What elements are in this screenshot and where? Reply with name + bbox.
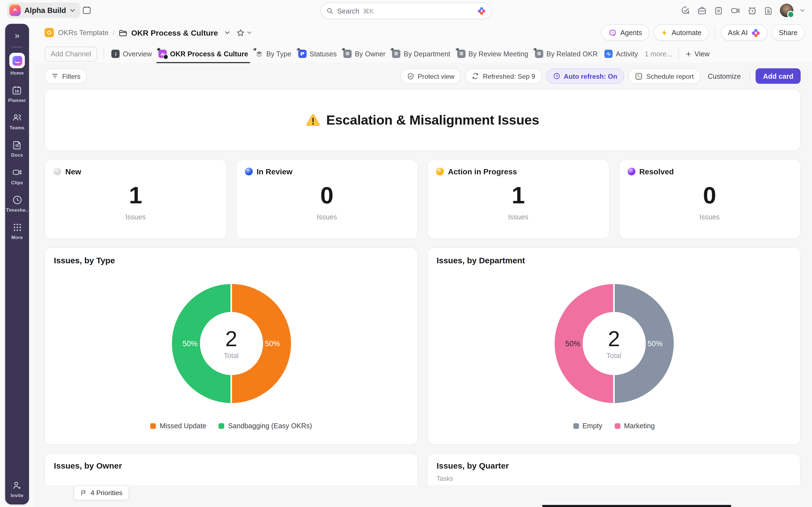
ask-ai-button[interactable]: Ask AI: [721, 24, 767, 41]
app-window: Alpha Build Search ⌘K »: [0, 0, 812, 507]
pin-icon: [295, 47, 301, 53]
tab-overview[interactable]: Overview: [110, 45, 153, 63]
automate-button[interactable]: Automate: [654, 24, 709, 41]
breadcrumb-page[interactable]: OKR Process & Culture: [119, 28, 230, 37]
header-actions: Agents Automate Ask AI Share: [601, 24, 805, 41]
legend-item[interactable]: Marketing: [615, 422, 655, 430]
donut-center: 2 Total: [200, 312, 263, 375]
tab-activity[interactable]: Activity: [604, 45, 639, 63]
bar-chart-square-icon: [159, 50, 167, 58]
donut-chart-by-type[interactable]: 50% 50% 2 Total: [172, 284, 291, 403]
legend-item[interactable]: Sandbagging (Easy OKRs): [219, 422, 312, 430]
new-task-icon[interactable]: [680, 5, 690, 15]
bottom-cards-row: Issues, by Owner Issues, by Quarter Task…: [45, 453, 801, 485]
tab-by-review-meeting[interactable]: By Review Meeting: [456, 45, 529, 63]
table-square-icon: [344, 50, 352, 58]
workspace-name: Alpha Build: [24, 6, 66, 14]
pin-icon: [155, 47, 161, 53]
slice-percent-label: 50%: [183, 339, 198, 348]
space-avatar[interactable]: O: [45, 28, 54, 37]
tab-by-related-okr[interactable]: By Related OKR: [534, 45, 599, 63]
top-bar: Alpha Build Search ⌘K: [0, 0, 812, 21]
clipboard-icon[interactable]: [714, 5, 723, 15]
stat-card-resolved[interactable]: Resolved 0Issues: [619, 159, 801, 239]
notes-icon[interactable]: [764, 5, 773, 15]
timesheet-clock-icon: [12, 194, 22, 205]
stat-unit: Issues: [125, 213, 146, 221]
status-dot: [436, 168, 444, 175]
filters-button[interactable]: Filters: [45, 68, 87, 84]
star-icon: [236, 28, 245, 37]
sidebar-item-home[interactable]: Home: [9, 53, 25, 75]
donut-center: 2 Total: [582, 312, 646, 375]
stat-card-in-review[interactable]: In Review 0Issues: [236, 159, 418, 239]
add-card-button[interactable]: Add card: [756, 68, 801, 84]
search-input[interactable]: Search ⌘K: [320, 2, 492, 19]
donut-chart-by-department[interactable]: 50% 50% 2 Total: [554, 284, 673, 403]
sidebar: » Home 16 Planner Teams Docs Clips Times…: [5, 24, 29, 505]
tab-by-owner[interactable]: By Owner: [342, 45, 387, 63]
sidebar-item-docs[interactable]: Docs: [11, 139, 23, 158]
schedule-report-button[interactable]: Schedule report: [628, 68, 701, 84]
agents-button[interactable]: Agents: [601, 24, 649, 41]
view-tabs: Add Channel Overview OKR Process & Cultu…: [34, 45, 812, 64]
chart-card-issues-by-type[interactable]: Issues, by Type 50% 50% 2 Total Missed U…: [45, 247, 418, 445]
chart-legend: Missed Update Sandbagging (Easy OKRs): [150, 422, 312, 430]
briefcase-icon[interactable]: [697, 5, 707, 15]
sidebar-item-more[interactable]: More: [11, 221, 23, 240]
sidebar-item-timesheet[interactable]: Timeshe..: [6, 194, 28, 213]
info-square-icon: [111, 50, 120, 58]
tab-okr-process-culture[interactable]: OKR Process & Culture: [158, 45, 249, 63]
sidebar-item-invite[interactable]: Invite: [11, 480, 23, 498]
breadcrumb-space[interactable]: OKRs Template: [58, 29, 109, 37]
auto-refresh-toggle[interactable]: Auto refresh: On: [546, 68, 624, 84]
pin-icon: [454, 47, 460, 53]
stat-card-new[interactable]: New 1Issues: [45, 159, 226, 239]
tab-by-department[interactable]: By Department: [391, 45, 451, 63]
kanban-square-icon: [298, 50, 306, 58]
legend-swatch: [615, 423, 621, 429]
stats-row: New 1Issues In Review 0Issues Action in …: [45, 159, 801, 239]
pin-icon: [389, 47, 395, 53]
docs-document-icon: [12, 139, 22, 151]
dashboard-title: Escalation & Misalignment Issues: [326, 112, 539, 128]
legend-item[interactable]: Missed Update: [150, 422, 206, 430]
expand-sidebar-icon[interactable]: »: [15, 31, 20, 40]
star-chevron-icon: [247, 31, 252, 34]
protect-view-button[interactable]: Protect view: [400, 68, 461, 84]
add-view-button[interactable]: View: [685, 50, 710, 58]
table-square-icon: [457, 50, 465, 58]
chart-card-issues-by-department[interactable]: Issues, by Department 50% 50% 2 Total Em…: [427, 247, 801, 445]
alarm-icon[interactable]: [747, 5, 757, 15]
sidebar-divider: [11, 47, 23, 48]
chart-title: Issues, by Type: [54, 256, 115, 266]
favorite-star[interactable]: [236, 28, 252, 37]
sidebar-item-planner[interactable]: 16 Planner: [8, 84, 26, 103]
status-dot: [53, 168, 61, 175]
card-issues-by-quarter[interactable]: Issues, by Quarter Tasks: [427, 453, 801, 485]
account-chevron-icon[interactable]: [800, 9, 805, 12]
customize-button[interactable]: Customize: [705, 72, 744, 80]
tab-by-type[interactable]: By Type: [254, 45, 293, 63]
ai-flower-icon[interactable]: [477, 7, 486, 15]
more-tabs-button[interactable]: 1 more...: [645, 50, 672, 58]
video-icon[interactable]: [730, 5, 741, 15]
sidebar-item-clips[interactable]: Clips: [11, 167, 23, 185]
more-grid-icon: [12, 221, 22, 233]
tab-statuses[interactable]: Statuses: [297, 45, 338, 63]
share-button[interactable]: Share: [772, 24, 805, 41]
priorities-badge[interactable]: 4 Priorities: [73, 485, 129, 500]
refreshed-button[interactable]: Refreshed: Sep 9: [465, 68, 542, 84]
legend-item[interactable]: Empty: [573, 422, 602, 430]
user-avatar[interactable]: [780, 4, 794, 17]
page-chevron-icon[interactable]: [225, 31, 230, 34]
charts-row: Issues, by Type 50% 50% 2 Total Missed U…: [45, 247, 801, 445]
calendar-icon[interactable]: [82, 5, 92, 15]
add-channel-button[interactable]: Add Channel: [45, 46, 97, 61]
card-issues-by-owner[interactable]: Issues, by Owner: [45, 453, 418, 485]
stat-card-action-in-progress[interactable]: Action in Progress 1Issues: [427, 159, 609, 239]
workspace-switcher[interactable]: Alpha Build: [7, 2, 80, 18]
toolbar-right: Protect view Refreshed: Sep 9 Auto refre…: [400, 68, 801, 84]
status-dot: [627, 168, 635, 175]
sidebar-item-teams[interactable]: Teams: [10, 112, 24, 130]
